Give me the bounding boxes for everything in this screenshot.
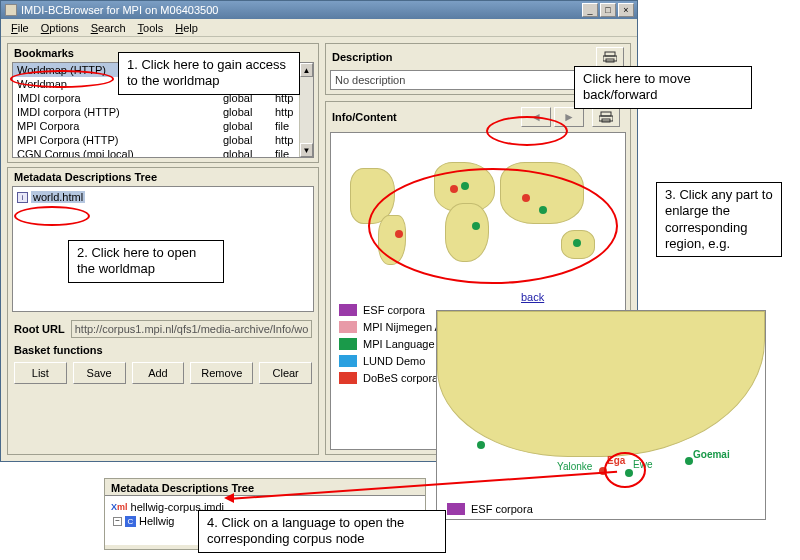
window-title: IMDI-BCBrowser for MPI on M06403500	[21, 4, 218, 16]
arrowhead-icon	[224, 493, 234, 503]
scroll-down-icon[interactable]: ▼	[300, 143, 313, 157]
corpus-icon: C	[125, 516, 136, 527]
bookmark-row[interactable]: MPI Corpora (HTTP) global http	[13, 133, 313, 147]
back-link[interactable]: back	[521, 291, 544, 303]
callout-1: 1. Click here to gain access to the worl…	[118, 52, 300, 95]
menu-file[interactable]: File	[5, 20, 35, 36]
svg-rect-0	[605, 52, 615, 56]
clear-button[interactable]: Clear	[259, 362, 312, 384]
xml-icon: Xml	[111, 502, 128, 512]
add-button[interactable]: Add	[132, 362, 185, 384]
printer-icon	[603, 51, 617, 63]
region-map[interactable]: Yalonke Ega Ewe Goemai ESF corpora	[436, 310, 766, 520]
callout-4: 4. Click on a language to open the corre…	[198, 510, 446, 553]
list-button[interactable]: List	[14, 362, 67, 384]
callout-3: 3. Click any part to enlarge the corresp…	[656, 182, 782, 257]
tree-node-label: world.html	[31, 191, 85, 203]
menu-help[interactable]: Help	[169, 20, 204, 36]
minimize-button[interactable]: _	[582, 3, 598, 17]
annotation-ellipse	[368, 168, 618, 284]
root-url-input[interactable]	[71, 320, 312, 338]
printer-icon	[599, 111, 613, 123]
remove-button[interactable]: Remove	[190, 362, 253, 384]
tree-node-world[interactable]: i world.html	[17, 191, 309, 203]
print-button-2[interactable]	[592, 107, 620, 127]
svg-rect-3	[601, 112, 611, 116]
annotation-ellipse	[10, 70, 114, 88]
app-icon	[5, 4, 17, 16]
root-url-label: Root URL	[14, 323, 65, 335]
bookmark-row[interactable]: CGN Corpus (mpi local) global file	[13, 147, 313, 158]
callout-back: Click here to move back/forward	[574, 66, 752, 109]
map-label-goemai[interactable]: Goemai	[693, 449, 730, 460]
metadata-tree-title: Metadata Descriptions Tree	[8, 168, 318, 186]
bookmark-row[interactable]: IMDI corpora (HTTP) global http	[13, 105, 313, 119]
menubar: File Options Search Tools Help	[1, 19, 637, 37]
print-button[interactable]	[596, 47, 624, 67]
scroll-up-icon[interactable]: ▲	[300, 63, 313, 77]
close-button[interactable]: ×	[618, 3, 634, 17]
chevron-right-icon: ►	[563, 110, 575, 124]
save-button[interactable]: Save	[73, 362, 126, 384]
region-legend-item: ESF corpora	[447, 503, 533, 515]
annotation-ellipse	[604, 452, 646, 488]
scrollbar[interactable]: ▲ ▼	[299, 63, 313, 157]
description-title: Description	[326, 48, 590, 66]
bookmark-row[interactable]: MPI Corpora global file	[13, 119, 313, 133]
menu-tools[interactable]: Tools	[132, 20, 170, 36]
annotation-ellipse	[486, 116, 568, 146]
map-label-yalonke[interactable]: Yalonke	[557, 461, 592, 472]
callout-2: 2. Click here to open the worldmap	[68, 240, 224, 283]
maximize-button[interactable]: □	[600, 3, 616, 17]
info-icon: i	[17, 192, 28, 203]
basket-title: Basket functions	[8, 342, 318, 356]
menu-options[interactable]: Options	[35, 20, 85, 36]
annotation-ellipse	[14, 206, 90, 226]
expand-icon[interactable]: −	[113, 517, 122, 526]
menu-search[interactable]: Search	[85, 20, 132, 36]
titlebar[interactable]: IMDI-BCBrowser for MPI on M06403500 _ □ …	[1, 1, 637, 19]
